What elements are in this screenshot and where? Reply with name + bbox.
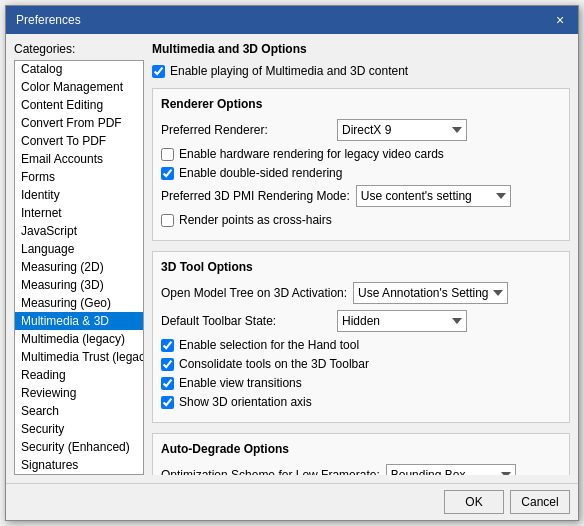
category-item-measuring-2d[interactable]: Measuring (2D) [15,258,143,276]
enable-view-transitions-checkbox[interactable] [161,377,174,390]
category-item-security-enhanced[interactable]: Security (Enhanced) [15,438,143,456]
enable-hardware-label: Enable hardware rendering for legacy vid… [179,147,444,161]
renderer-options-section: Renderer Options Preferred Renderer: Dir… [152,88,570,241]
default-toolbar-state-select[interactable]: Hidden Visible [337,310,467,332]
render-crosshairs-checkbox[interactable] [161,214,174,227]
category-item-multimedia-3d[interactable]: Multimedia & 3D [15,312,143,330]
render-crosshairs-row: Render points as cross-hairs [161,213,561,227]
consolidate-tools-label: Consolidate tools on the 3D Toolbar [179,357,369,371]
category-item-color-management[interactable]: Color Management [15,78,143,96]
show-3d-orientation-label: Show 3D orientation axis [179,395,312,409]
enable-double-sided-label: Enable double-sided rendering [179,166,342,180]
category-item-measuring-3d[interactable]: Measuring (3D) [15,276,143,294]
open-model-tree-row: Open Model Tree on 3D Activation: Use An… [161,282,561,304]
close-button[interactable]: × [552,12,568,28]
ok-button[interactable]: OK [444,490,504,514]
auto-degrade-title: Auto-Degrade Options [161,442,561,456]
consolidate-tools-row: Consolidate tools on the 3D Toolbar [161,357,561,371]
category-item-measuring-geo[interactable]: Measuring (Geo) [15,294,143,312]
tool-options-section: 3D Tool Options Open Model Tree on 3D Ac… [152,251,570,423]
render-crosshairs-label: Render points as cross-hairs [179,213,332,227]
pmi-mode-label: Preferred 3D PMI Rendering Mode: [161,189,350,203]
category-item-identity[interactable]: Identity [15,186,143,204]
category-item-content-editing[interactable]: Content Editing [15,96,143,114]
optimization-scheme-row: Optimization Scheme for Low Framerate: B… [161,464,561,475]
category-item-search[interactable]: Search [15,402,143,420]
category-item-catalog[interactable]: Catalog [15,60,143,78]
enable-multimedia-label: Enable playing of Multimedia and 3D cont… [170,64,408,78]
category-item-multimedia-trust-legacy[interactable]: Multimedia Trust (legacy) [15,348,143,366]
open-model-tree-select[interactable]: Use Annotation's Setting Always open Nev… [353,282,508,304]
optimization-scheme-select[interactable]: Bounding Box None Wireframe [386,464,516,475]
title-bar: Preferences × [6,6,578,34]
tool-options-title: 3D Tool Options [161,260,561,274]
category-item-signatures[interactable]: Signatures [15,456,143,474]
category-item-email-accounts[interactable]: Email Accounts [15,150,143,168]
enable-multimedia-row: Enable playing of Multimedia and 3D cont… [152,64,570,78]
optimization-scheme-label: Optimization Scheme for Low Framerate: [161,468,380,475]
enable-hardware-row: Enable hardware rendering for legacy vid… [161,147,561,161]
open-model-tree-label: Open Model Tree on 3D Activation: [161,286,347,300]
categories-label: Categories: [14,42,144,56]
pmi-mode-row: Preferred 3D PMI Rendering Mode: Use con… [161,185,561,207]
category-item-reading[interactable]: Reading [15,366,143,384]
category-item-security[interactable]: Security [15,420,143,438]
category-item-reviewing[interactable]: Reviewing [15,384,143,402]
category-item-convert-from-pdf[interactable]: Convert From PDF [15,114,143,132]
enable-selection-hand-checkbox[interactable] [161,339,174,352]
pmi-mode-select[interactable]: Use content's setting Always render as t… [356,185,511,207]
enable-view-transitions-row: Enable view transitions [161,376,561,390]
enable-view-transitions-label: Enable view transitions [179,376,302,390]
dialog-body: Categories: CommentingDocumentsFull Scre… [6,34,578,483]
category-item-forms[interactable]: Forms [15,168,143,186]
enable-double-sided-checkbox[interactable] [161,167,174,180]
main-section-title: Multimedia and 3D Options [152,42,570,56]
preferred-renderer-select[interactable]: DirectX 9 OpenGL Software [337,119,467,141]
default-toolbar-state-row: Default Toolbar State: Hidden Visible [161,310,561,332]
preferred-renderer-label: Preferred Renderer: [161,123,331,137]
category-item-convert-to-pdf[interactable]: Convert To PDF [15,132,143,150]
preferred-renderer-row: Preferred Renderer: DirectX 9 OpenGL Sof… [161,119,561,141]
auto-degrade-section: Auto-Degrade Options Optimization Scheme… [152,433,570,475]
category-item-javascript[interactable]: JavaScript [15,222,143,240]
left-panel: Categories: CommentingDocumentsFull Scre… [14,42,144,475]
dialog-title: Preferences [16,13,81,27]
consolidate-tools-checkbox[interactable] [161,358,174,371]
renderer-options-title: Renderer Options [161,97,561,111]
category-item-language[interactable]: Language [15,240,143,258]
right-panel: Multimedia and 3D Options Enable playing… [152,42,570,475]
cancel-button[interactable]: Cancel [510,490,570,514]
enable-selection-hand-label: Enable selection for the Hand tool [179,338,359,352]
category-item-multimedia-legacy[interactable]: Multimedia (legacy) [15,330,143,348]
category-item-internet[interactable]: Internet [15,204,143,222]
enable-multimedia-checkbox[interactable] [152,65,165,78]
show-3d-orientation-checkbox[interactable] [161,396,174,409]
dialog-footer: OK Cancel [6,483,578,520]
preferences-dialog: Preferences × Categories: CommentingDocu… [5,5,579,521]
default-toolbar-state-label: Default Toolbar State: [161,314,331,328]
enable-hardware-checkbox[interactable] [161,148,174,161]
categories-list[interactable]: CommentingDocumentsFull ScreenGeneralPag… [14,60,144,475]
show-3d-orientation-row: Show 3D orientation axis [161,395,561,409]
enable-selection-hand-row: Enable selection for the Hand tool [161,338,561,352]
enable-double-sided-row: Enable double-sided rendering [161,166,561,180]
